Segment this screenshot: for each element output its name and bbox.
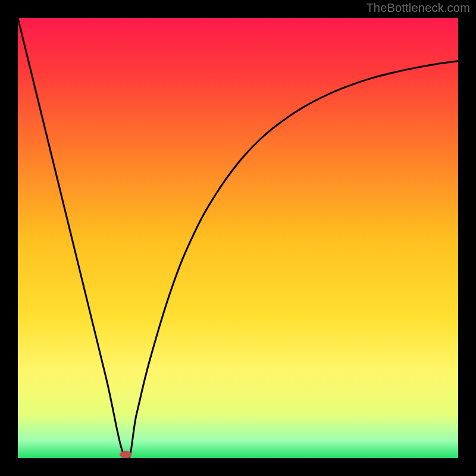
gradient-background: [18, 18, 458, 458]
chart-frame: { "watermark": "TheBottleneck.com", "cha…: [0, 0, 476, 476]
bottleneck-chart: [18, 18, 458, 458]
minimum-marker: [120, 451, 131, 459]
watermark-text: TheBottleneck.com: [366, 1, 470, 15]
